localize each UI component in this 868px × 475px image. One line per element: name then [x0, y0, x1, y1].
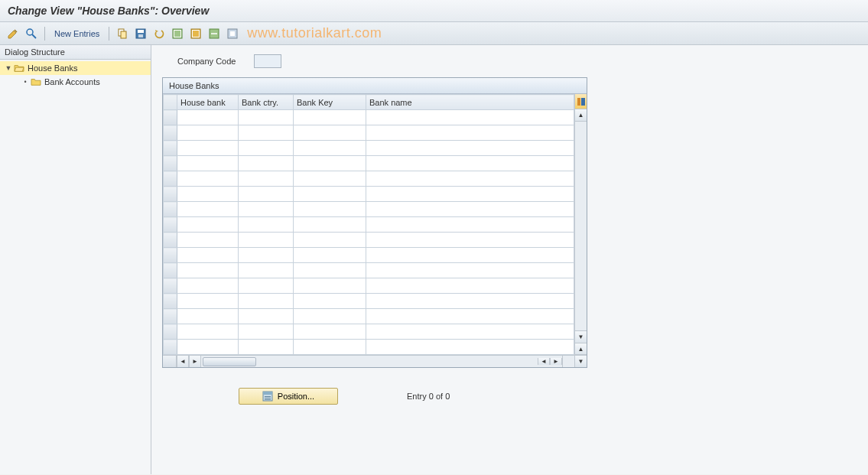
scroll-right-icon[interactable]: ►: [189, 356, 201, 367]
cell[interactable]: [177, 340, 239, 355]
copy-icon[interactable]: [115, 27, 129, 41]
cell[interactable]: [366, 141, 574, 156]
find-icon[interactable]: [24, 27, 38, 41]
scroll-left-icon[interactable]: ◄: [177, 356, 189, 367]
delimit-icon[interactable]: [207, 27, 221, 41]
scroll-up-icon[interactable]: ▲: [575, 109, 587, 122]
cell[interactable]: [294, 110, 366, 125]
change-icon[interactable]: [6, 27, 20, 41]
table-row[interactable]: [164, 202, 574, 217]
table-row[interactable]: [164, 125, 574, 141]
table-row[interactable]: [164, 233, 574, 248]
cell[interactable]: [239, 187, 294, 202]
cell[interactable]: [366, 233, 574, 248]
row-selector[interactable]: [164, 248, 177, 263]
scroll-left-end-icon[interactable]: ◄: [538, 358, 550, 365]
undo-icon[interactable]: [152, 27, 166, 41]
row-selector[interactable]: [164, 156, 177, 171]
cell[interactable]: [366, 309, 574, 324]
cell[interactable]: [366, 294, 574, 309]
cell[interactable]: [239, 263, 294, 278]
cell[interactable]: [177, 171, 239, 187]
cell[interactable]: [239, 340, 294, 355]
table-row[interactable]: [164, 324, 574, 340]
cell[interactable]: [239, 309, 294, 324]
horizontal-scrollbar[interactable]: ◄ ► ◄ ►: [163, 355, 574, 367]
cell[interactable]: [366, 156, 574, 171]
cell[interactable]: [366, 125, 574, 141]
cell[interactable]: [366, 248, 574, 263]
cell[interactable]: [366, 202, 574, 217]
cell[interactable]: [294, 171, 366, 187]
tree-item-bank-accounts[interactable]: • Bank Accounts: [0, 75, 151, 89]
company-code-input[interactable]: [254, 54, 281, 68]
row-selector[interactable]: [164, 263, 177, 278]
table-row[interactable]: [164, 187, 574, 202]
cell[interactable]: [177, 294, 239, 309]
cell[interactable]: [177, 278, 239, 294]
cell[interactable]: [239, 278, 294, 294]
cell[interactable]: [294, 248, 366, 263]
hscroll-track[interactable]: [201, 356, 538, 367]
cell[interactable]: [294, 233, 366, 248]
cell[interactable]: [294, 125, 366, 141]
row-selector[interactable]: [164, 324, 177, 340]
cell[interactable]: [366, 263, 574, 278]
cell[interactable]: [239, 324, 294, 340]
cell[interactable]: [177, 263, 239, 278]
cell[interactable]: [294, 263, 366, 278]
table-row[interactable]: [164, 248, 574, 263]
cell[interactable]: [239, 233, 294, 248]
cell[interactable]: [294, 141, 366, 156]
col-bank-ctry[interactable]: Bank ctry.: [239, 95, 294, 110]
scroll-up2-icon[interactable]: ▲: [575, 343, 587, 355]
table-row[interactable]: [164, 171, 574, 187]
scroll-down2-icon[interactable]: ▼: [575, 355, 587, 367]
cell[interactable]: [239, 202, 294, 217]
col-bank-name[interactable]: Bank name: [366, 95, 574, 110]
cell[interactable]: [366, 171, 574, 187]
table-row[interactable]: [164, 110, 574, 125]
cell[interactable]: [239, 248, 294, 263]
new-entries-button[interactable]: New Entries: [51, 29, 102, 38]
cell[interactable]: [239, 141, 294, 156]
row-selector[interactable]: [164, 110, 177, 125]
table-row[interactable]: [164, 294, 574, 309]
scroll-right-end-icon[interactable]: ►: [550, 358, 562, 365]
cell[interactable]: [366, 340, 574, 355]
cell[interactable]: [177, 202, 239, 217]
table-row[interactable]: [164, 340, 574, 355]
row-selector[interactable]: [164, 141, 177, 156]
cell[interactable]: [294, 340, 366, 355]
cell[interactable]: [177, 309, 239, 324]
cell[interactable]: [366, 110, 574, 125]
col-bank-key[interactable]: Bank Key: [294, 95, 366, 110]
row-selector[interactable]: [164, 171, 177, 187]
row-selector[interactable]: [164, 233, 177, 248]
row-selector[interactable]: [164, 294, 177, 309]
row-selector[interactable]: [164, 340, 177, 355]
table-row[interactable]: [164, 156, 574, 171]
cell[interactable]: [177, 110, 239, 125]
cell[interactable]: [177, 141, 239, 156]
cell[interactable]: [366, 187, 574, 202]
cell[interactable]: [177, 156, 239, 171]
row-selector[interactable]: [164, 202, 177, 217]
row-selector[interactable]: [164, 309, 177, 324]
row-selector-header[interactable]: [164, 95, 177, 110]
cell[interactable]: [294, 217, 366, 233]
save-icon[interactable]: [134, 27, 148, 41]
cell[interactable]: [294, 202, 366, 217]
cell[interactable]: [177, 248, 239, 263]
cell[interactable]: [294, 324, 366, 340]
cell[interactable]: [366, 217, 574, 233]
col-house-bank[interactable]: House bank: [177, 95, 239, 110]
table-row[interactable]: [164, 217, 574, 233]
scroll-down-icon[interactable]: ▼: [575, 330, 587, 343]
cell[interactable]: [366, 278, 574, 294]
table-row[interactable]: [164, 263, 574, 278]
cell[interactable]: [294, 278, 366, 294]
cell[interactable]: [294, 187, 366, 202]
row-selector[interactable]: [164, 278, 177, 294]
cell[interactable]: [294, 156, 366, 171]
